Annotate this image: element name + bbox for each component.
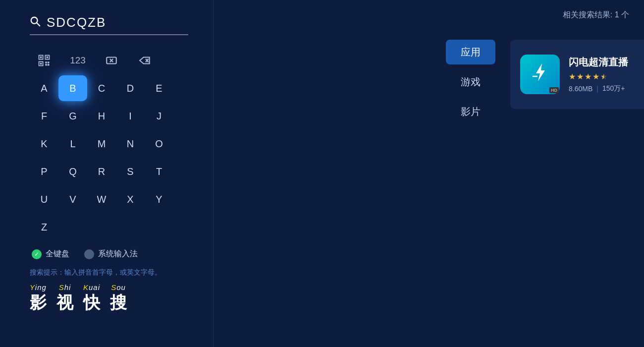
key-K[interactable]: K [30, 131, 58, 157]
star-1: ★ [569, 72, 576, 81]
app-info: 闪电超清直播 ★ ★ ★ ★ ★★ 8.60MB | 150万+ [569, 56, 628, 93]
app-icon-symbol [529, 61, 551, 87]
brand-shi-pinyin: Shi [59, 283, 71, 291]
svg-rect-9 [48, 61, 50, 63]
star-2: ★ [577, 72, 584, 81]
brand-kuai-first: K [83, 283, 89, 291]
key-A[interactable]: A [30, 75, 58, 101]
app-meta: 8.60MB | 150万+ [569, 84, 628, 93]
key-Z[interactable]: Z [30, 214, 58, 240]
star-half: ★★ [600, 72, 607, 81]
key-Y[interactable]: Y [145, 186, 173, 212]
meta-divider: | [596, 85, 598, 93]
full-keyboard-label: 全键盘 [46, 249, 69, 259]
full-keyboard-radio: ✓ [32, 249, 42, 259]
app-downloads: 150万+ [602, 84, 625, 93]
search-icon [30, 16, 41, 30]
svg-rect-10 [45, 64, 47, 66]
key-row-5: U V W X Y [30, 186, 188, 212]
app-card[interactable]: 热门 HD 闪电超清直播 ★ ★ ★ ★ ★★ [510, 40, 644, 109]
key-E[interactable]: E [145, 75, 173, 101]
brand-ying-first: Y [30, 283, 35, 291]
brand-sou: Sou 搜 [110, 283, 127, 314]
key-P[interactable]: P [30, 159, 58, 184]
key-X[interactable]: X [116, 186, 145, 212]
key-W[interactable]: W [87, 186, 116, 212]
tab-apps[interactable]: 应用 [446, 40, 495, 64]
search-hint-text: 输入拼音首字母，或英文字母。 [64, 268, 161, 276]
key-S[interactable]: S [116, 159, 145, 184]
key-T[interactable]: T [145, 159, 173, 184]
qr-key[interactable] [30, 48, 58, 73]
key-H[interactable]: H [87, 103, 116, 129]
key-N[interactable]: N [116, 131, 145, 157]
key-I[interactable]: I [116, 103, 145, 129]
app-stars: ★ ★ ★ ★ ★★ [569, 72, 628, 81]
key-Q[interactable]: Q [58, 159, 87, 184]
key-row-1: A B C D E [30, 75, 188, 101]
brand-kuai-pinyin: Kuai [83, 283, 100, 291]
brand-shi-char: 视 [56, 291, 73, 314]
keyboard: 123 A B C D E F G [30, 48, 188, 242]
brand-shi: Shi 视 [56, 283, 73, 314]
svg-rect-11 [48, 64, 50, 66]
key-R[interactable]: R [87, 159, 116, 184]
app-icon: HD [520, 55, 560, 94]
search-hint: 搜索提示：输入拼音首字母，或英文字母。 [30, 268, 188, 277]
star-4: ★ [592, 72, 599, 81]
brand-ying-rest: ing [35, 283, 47, 291]
svg-marker-17 [536, 63, 545, 81]
svg-rect-8 [45, 61, 47, 63]
result-count: 相关搜索结果: 1 个 [563, 10, 629, 20]
panel-divider [213, 0, 214, 347]
star-3: ★ [585, 72, 591, 81]
brand-shi-rest: hi [64, 283, 71, 291]
app-name: 闪电超清直播 [569, 56, 628, 69]
sys-input-radio [84, 249, 94, 259]
key-L[interactable]: L [58, 131, 87, 157]
key-F[interactable]: F [30, 103, 58, 129]
key-C[interactable]: C [87, 75, 116, 101]
search-query: SDCQZB [47, 15, 106, 30]
key-G[interactable]: G [58, 103, 87, 129]
brand-kuai-char: 快 [83, 291, 100, 314]
brand-shi-first: S [59, 283, 64, 291]
key-row-6: Z [30, 214, 188, 240]
left-panel: SDCQZB 123 [0, 0, 213, 347]
brand-kuai: Kuai 快 [83, 283, 100, 314]
clear-key[interactable] [97, 48, 126, 73]
key-D[interactable]: D [116, 75, 145, 101]
key-row-4: P Q R S T [30, 159, 188, 184]
key-J[interactable]: J [145, 103, 173, 129]
backspace-key[interactable] [131, 48, 160, 73]
category-tabs: 应用 游戏 影片 [446, 40, 495, 124]
sys-input-label: 系统输入法 [98, 249, 138, 259]
tab-movies[interactable]: 影片 [446, 99, 495, 124]
num-key[interactable]: 123 [63, 48, 92, 73]
key-row-3: K L M N O [30, 131, 188, 157]
app-results: 热门 HD 闪电超清直播 ★ ★ ★ ★ ★★ [510, 40, 644, 109]
brand-sou-pinyin: Sou [111, 283, 126, 291]
sys-input-option[interactable]: 系统输入法 [84, 249, 138, 259]
brand-kuai-rest: uai [89, 283, 100, 291]
key-V[interactable]: V [58, 186, 87, 212]
search-bar: SDCQZB [30, 15, 188, 35]
brand-sou-char: 搜 [110, 291, 127, 314]
input-method-selector: ✓ 全键盘 系统输入法 [32, 249, 188, 259]
key-U[interactable]: U [30, 186, 58, 212]
app-size: 8.60MB [569, 85, 592, 93]
brand-ying-pinyin: Ying [30, 283, 47, 291]
key-O[interactable]: O [145, 131, 173, 157]
key-row-2: F G H I J [30, 103, 188, 129]
brand-ying-char: 影 [30, 291, 47, 314]
key-M[interactable]: M [87, 131, 116, 157]
svg-rect-5 [40, 57, 42, 58]
brand-sou-first: S [111, 283, 116, 291]
svg-rect-6 [47, 57, 49, 58]
full-keyboard-option[interactable]: ✓ 全键盘 [32, 249, 69, 259]
tab-games[interactable]: 游戏 [446, 69, 495, 94]
brand-ying: Ying 影 [30, 283, 47, 314]
key-B[interactable]: B [58, 75, 87, 101]
search-hint-prefix: 搜索提示： [30, 268, 64, 276]
svg-line-1 [37, 23, 40, 26]
